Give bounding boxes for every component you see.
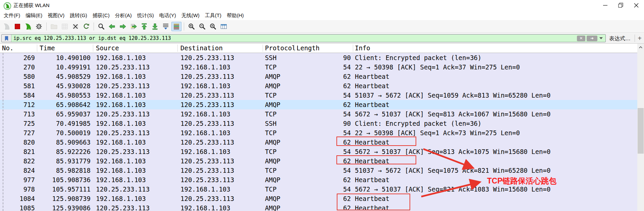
cell-no: 713 <box>0 109 35 119</box>
packet-row-712[interactable]: 71265.908642192.168.1.103120.25.233.113A… <box>0 100 637 109</box>
filter-apply-button[interactable]: ➜ <box>587 36 597 41</box>
column-resize-handle[interactable] <box>353 45 353 52</box>
zoom-original-icon[interactable] <box>208 22 218 31</box>
cell-time: 105.957111 <box>38 184 91 194</box>
capture-stop-icon[interactable] <box>12 22 22 31</box>
menu-跳转g[interactable]: 跳转(G) <box>67 11 90 20</box>
colorize-packets-icon[interactable] <box>171 22 181 31</box>
filter-bookmark-button[interactable] <box>2 35 11 42</box>
packet-row-713[interactable]: 71365.959037120.25.233.113192.168.1.103T… <box>0 109 637 119</box>
packet-row-581[interactable]: 58145.930028120.25.233.113192.168.1.103A… <box>0 81 637 91</box>
column-header-protocol[interactable]: Protocol <box>265 44 296 53</box>
next-packet-icon[interactable] <box>118 22 128 31</box>
menu-工具t[interactable]: 工具(T) <box>202 11 224 20</box>
packet-row-727[interactable]: 72770.500019120.25.233.113192.168.1.103T… <box>0 128 637 138</box>
filter-history-caret-icon[interactable] <box>599 37 603 39</box>
column-header-destination[interactable]: Destination <box>180 44 223 53</box>
cell-time: 45.980553 <box>38 91 91 100</box>
column-header-time[interactable]: Time <box>40 44 55 53</box>
packet-row-824[interactable]: 82485.982818192.168.1.103120.25.233.113T… <box>0 166 637 175</box>
scrollbar-thumb[interactable] <box>638 108 644 154</box>
column-resize-handle[interactable] <box>37 45 37 52</box>
capture-restart-icon[interactable] <box>23 22 33 31</box>
open-file-icon[interactable] <box>49 22 59 31</box>
column-resize-handle[interactable] <box>177 45 178 52</box>
column-header-source[interactable]: Source <box>96 44 119 53</box>
zoom-out-icon[interactable] <box>197 22 207 31</box>
packet-row-580[interactable]: 58045.908529192.168.1.103120.25.233.113A… <box>0 72 637 81</box>
packet-row-977[interactable]: 977105.908736192.168.1.103120.25.233.113… <box>0 175 637 184</box>
cell-info: 5672 → 51037 [ACK] Seq=821 Ack=1083 Win=… <box>355 184 637 194</box>
menu-统计s[interactable]: 统计(S) <box>135 11 157 20</box>
save-file-icon[interactable] <box>60 22 70 31</box>
cell-info: Client: Encrypted packet (len=36) <box>355 53 637 62</box>
cell-destination: 120.25.233.113 <box>180 194 263 203</box>
bookmark-icon <box>4 35 9 42</box>
add-filter-button[interactable]: + <box>636 34 643 43</box>
restore-button[interactable] <box>613 0 629 11</box>
cell-info: 5672 → 51037 [ACK] Seq=813 Ack=1067 Win=… <box>355 109 637 119</box>
packet-row-978[interactable]: 978105.957111120.25.233.113192.168.1.103… <box>0 184 637 194</box>
zoom-in-icon[interactable] <box>186 22 197 31</box>
capture-start-icon[interactable] <box>2 22 12 31</box>
packet-row-269[interactable]: 26910.490100192.168.1.103120.25.233.113S… <box>0 53 637 62</box>
cell-info: Heartbeat <box>355 194 637 203</box>
display-filter-input[interactable] <box>11 35 576 42</box>
cell-protocol: TCP <box>265 128 293 138</box>
column-resize-handle[interactable] <box>294 45 294 52</box>
packet-row-820[interactable]: 82085.909663192.168.1.103120.25.233.113A… <box>0 138 637 147</box>
cell-source: 120.25.233.113 <box>96 128 176 138</box>
close-file-icon[interactable] <box>70 22 80 31</box>
packet-row-270[interactable]: 27010.499191120.25.233.113192.168.1.103T… <box>0 62 637 72</box>
expression-button[interactable]: 表达式… <box>609 35 631 42</box>
packet-row-584[interactable]: 58445.980553192.168.1.103120.25.233.113T… <box>0 91 637 100</box>
column-header-length[interactable]: Length <box>297 44 320 53</box>
auto-scroll-icon[interactable] <box>161 22 171 31</box>
capture-options-icon[interactable] <box>34 22 44 31</box>
cell-time: 85.982818 <box>38 166 91 175</box>
cell-destination: 192.168.1.103 <box>180 109 263 119</box>
menu-帮助h[interactable]: 帮助(H) <box>224 11 247 20</box>
packet-row-821[interactable]: 82185.922226120.25.233.113192.168.1.103T… <box>0 147 637 156</box>
minimize-button[interactable] <box>598 0 613 11</box>
column-header-info[interactable]: Info <box>355 44 370 53</box>
cell-time: 105.908736 <box>38 175 91 184</box>
first-packet-icon[interactable] <box>139 22 149 31</box>
cell-time: 70.491985 <box>38 119 91 128</box>
cell-no: 824 <box>0 166 35 175</box>
column-header-no[interactable]: No. <box>2 44 13 53</box>
cell-source: 192.168.1.103 <box>96 194 176 203</box>
packet-row-1084[interactable]: 1084125.908739192.168.1.103120.25.233.11… <box>0 194 637 203</box>
menu-电话y[interactable]: 电话(Y) <box>157 11 179 20</box>
find-packet-icon[interactable] <box>96 22 106 31</box>
previous-packet-icon[interactable] <box>107 22 117 31</box>
filter-clear-button[interactable]: ✕ <box>577 36 585 41</box>
column-resize-handle[interactable] <box>263 45 263 52</box>
last-packet-icon[interactable] <box>150 22 160 31</box>
menu-捕获c[interactable]: 捕获(C) <box>90 11 112 20</box>
cell-destination: 192.168.1.103 <box>180 81 263 91</box>
cell-no: 978 <box>0 184 35 194</box>
cell-protocol: AMQP <box>265 81 293 91</box>
cell-protocol: SSH <box>265 119 293 128</box>
cell-destination: 120.25.233.113 <box>180 91 263 100</box>
column-resize-handle[interactable] <box>93 45 93 52</box>
scrollbar-up-button[interactable] <box>637 44 644 52</box>
cell-protocol: TCP <box>265 147 293 156</box>
packet-row-1085[interactable]: 1085125.939086120.25.233.113192.168.1.10… <box>0 203 637 211</box>
close-button[interactable] <box>629 0 644 11</box>
resize-columns-icon[interactable] <box>219 22 229 31</box>
go-to-packet-icon[interactable] <box>128 22 139 31</box>
menu-文件f[interactable]: 文件(F) <box>1 11 23 20</box>
cell-info: 51037 → 5672 [ACK] Seq=1059 Ack=813 Win=… <box>355 91 637 100</box>
toolbar-separator <box>94 22 94 31</box>
menu-无线w[interactable]: 无线(W) <box>179 11 202 20</box>
packet-row-822[interactable]: 82285.931779192.168.1.103120.25.233.113A… <box>0 156 637 166</box>
vertical-scrollbar[interactable] <box>637 44 644 211</box>
packet-row-725[interactable]: 72570.491985192.168.1.103120.25.233.113S… <box>0 119 637 128</box>
menu-视图v[interactable]: 视图(V) <box>45 11 67 20</box>
cell-no: 725 <box>0 119 35 128</box>
reload-file-icon[interactable] <box>81 22 91 31</box>
menu-编辑e[interactable]: 编辑(E) <box>23 11 45 20</box>
menu-分析a[interactable]: 分析(A) <box>112 11 135 20</box>
